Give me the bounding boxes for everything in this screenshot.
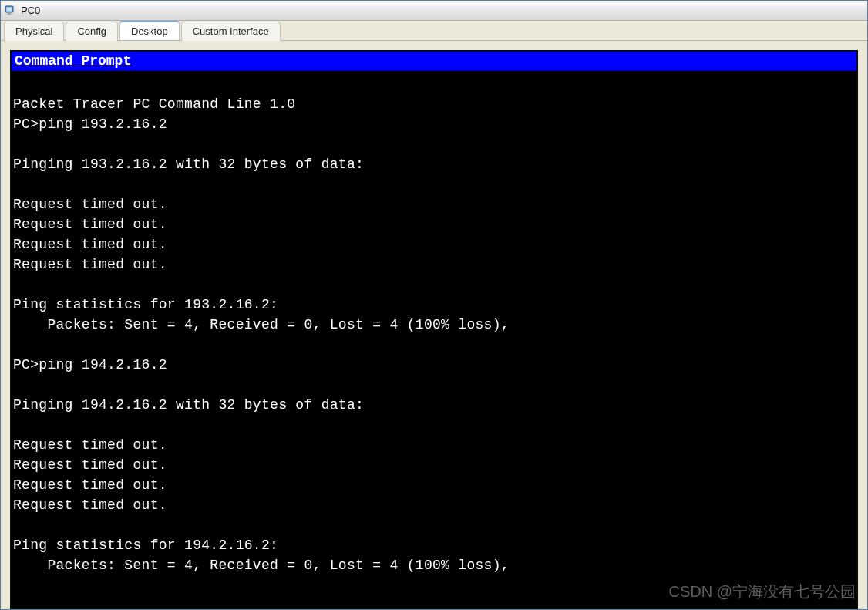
command-prompt-body[interactable]: Packet Tracer PC Command Line 1.0 PC>pin…: [12, 71, 856, 608]
command-prompt-title: Command Prompt: [12, 52, 856, 71]
app-window: PC0 Physical Config Desktop Custom Inter…: [0, 0, 868, 610]
tab-config[interactable]: Config: [66, 22, 118, 41]
pc-icon: [4, 5, 16, 17]
desktop-content: Command Prompt Packet Tracer PC Command …: [1, 41, 867, 609]
svg-rect-3: [6, 14, 12, 15]
tab-custom-interface[interactable]: Custom Interface: [181, 22, 281, 41]
title-bar: PC0: [1, 1, 867, 21]
tab-physical[interactable]: Physical: [4, 22, 64, 41]
command-prompt-window: Command Prompt Packet Tracer PC Command …: [10, 50, 858, 609]
tab-strip: Physical Config Desktop Custom Interface: [1, 21, 867, 41]
tab-desktop[interactable]: Desktop: [119, 21, 180, 40]
svg-rect-1: [7, 7, 12, 11]
svg-rect-2: [8, 12, 11, 14]
window-title: PC0: [21, 5, 40, 16]
